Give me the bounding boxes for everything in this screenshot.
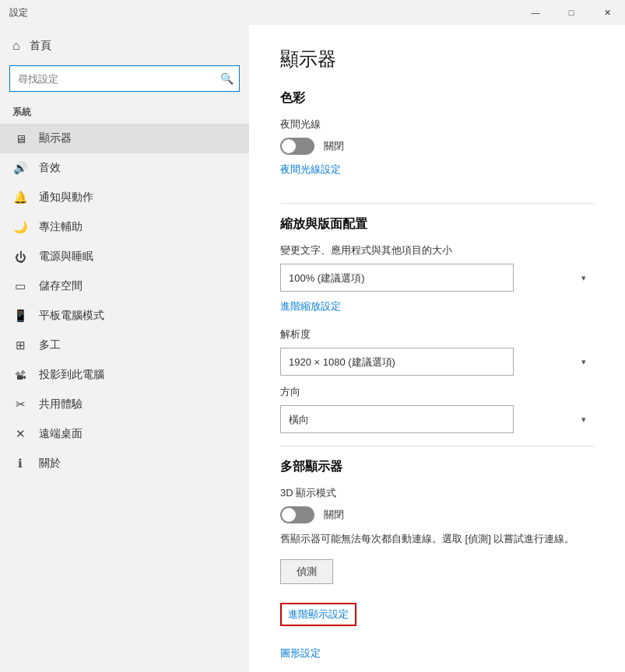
sidebar-item-display[interactable]: 🖥 顯示器: [0, 124, 249, 153]
notifications-icon: 🔔: [12, 191, 28, 205]
sidebar-item-display-label: 顯示器: [39, 131, 72, 145]
sidebar-item-focus-label: 專注輔助: [39, 220, 83, 234]
night-light-status: 關閉: [324, 139, 344, 153]
night-light-toggle-row: 關閉: [280, 138, 594, 155]
sidebar-home-label: 首頁: [30, 39, 51, 53]
sidebar-item-about-label: 關於: [39, 457, 61, 471]
orientation-dropdown-wrapper: 橫向 ▾: [280, 405, 594, 433]
shared-icon: ✂: [12, 397, 28, 411]
sidebar-item-tablet[interactable]: 📱 平板電腦模式: [0, 301, 249, 331]
advanced-display-link-box: 進階顯示設定: [280, 603, 356, 626]
resolution-dropdown[interactable]: 1920 × 1080 (建議選項): [280, 348, 514, 376]
graphics-settings-link[interactable]: 圖形設定: [280, 646, 321, 660]
sidebar-item-multitask[interactable]: ⊞ 多工: [0, 331, 249, 360]
display-3d-toggle-knob: [282, 508, 296, 522]
sidebar-section-system: 系統: [0, 100, 249, 124]
about-icon: ℹ: [12, 457, 28, 471]
display-icon: 🖥: [12, 132, 28, 145]
sidebar: ⌂ 首頁 🔍 系統 🖥 顯示器 🔊 音效 🔔: [0, 25, 249, 672]
content-area: ⌂ 首頁 🔍 系統 🖥 顯示器 🔊 音效 🔔: [0, 25, 625, 672]
sidebar-item-shared[interactable]: ✂ 共用體驗: [0, 390, 249, 419]
sidebar-item-notifications-label: 通知與動作: [39, 191, 93, 205]
scale-section-title: 縮放與版面配置: [280, 216, 594, 233]
display-3d-toggle[interactable]: [280, 506, 314, 523]
resolution-dropdown-wrapper: 1920 × 1080 (建議選項) ▾: [280, 348, 594, 376]
toggle-knob: [282, 139, 296, 153]
sidebar-item-focus[interactable]: 🌙 專注輔助: [0, 212, 249, 242]
maximize-button[interactable]: □: [553, 0, 589, 25]
remote-icon: ✕: [12, 427, 28, 441]
scale-dropdown[interactable]: 100% (建議選項): [280, 264, 514, 292]
scale-dropdown-wrapper: 100% (建議選項) ▾: [280, 264, 594, 292]
sidebar-item-project-label: 投影到此電腦: [39, 368, 104, 382]
section-divider-1: [280, 203, 594, 204]
display-3d-status: 關閉: [324, 508, 344, 522]
focus-icon: 🌙: [12, 220, 28, 234]
sidebar-item-storage[interactable]: ▭ 儲存空間: [0, 271, 249, 301]
sidebar-item-storage-label: 儲存空間: [39, 279, 83, 293]
multitask-icon: ⊞: [12, 338, 28, 352]
page-title: 顯示器: [280, 47, 594, 72]
settings-window: 設定 — □ ✕ ⌂ 首頁 🔍 系統: [0, 0, 625, 672]
search-container: 🔍: [0, 61, 249, 100]
display-3d-toggle-row: 關閉: [280, 506, 594, 523]
sidebar-item-power-label: 電源與睡眠: [39, 250, 93, 264]
advanced-scale-link[interactable]: 進階縮放設定: [280, 299, 341, 313]
sidebar-item-tablet-label: 平板電腦模式: [39, 309, 104, 323]
search-input[interactable]: [9, 65, 240, 92]
sidebar-item-sound-label: 音效: [39, 161, 61, 175]
orientation-label: 方向: [280, 385, 594, 399]
sidebar-item-multitask-label: 多工: [39, 338, 61, 352]
scale-label: 變更文字、應用程式與其他項目的大小: [280, 243, 594, 257]
detect-button[interactable]: 偵測: [280, 559, 333, 584]
resolution-dropdown-arrow: ▾: [581, 357, 586, 367]
orientation-dropdown[interactable]: 橫向: [280, 405, 514, 433]
display-3d-label: 3D 顯示模式: [280, 486, 594, 500]
search-wrapper: 🔍: [9, 65, 240, 92]
close-button[interactable]: ✕: [589, 0, 625, 25]
orientation-dropdown-arrow: ▾: [581, 415, 586, 425]
sidebar-item-project[interactable]: 📽 投影到此電腦: [0, 360, 249, 390]
old-display-note: 舊顯示器可能無法每次都自動連線。選取 [偵測] 以嘗試進行連線。: [280, 531, 594, 547]
minimize-button[interactable]: —: [518, 0, 553, 25]
window-controls: — □ ✕: [518, 0, 625, 25]
color-section-title: 色彩: [280, 90, 594, 107]
power-icon: ⏻: [12, 250, 28, 264]
sidebar-item-power[interactable]: ⏻ 電源與睡眠: [0, 242, 249, 271]
sound-icon: 🔊: [12, 161, 28, 175]
sidebar-home[interactable]: ⌂ 首頁: [0, 31, 249, 61]
project-icon: 📽: [12, 369, 28, 382]
resolution-label: 解析度: [280, 327, 594, 341]
advanced-display-link[interactable]: 進階顯示設定: [288, 607, 349, 621]
sidebar-item-remote[interactable]: ✕ 遠端桌面: [0, 419, 249, 449]
sidebar-item-shared-label: 共用體驗: [39, 397, 83, 411]
section-divider-2: [280, 446, 594, 446]
multi-display-section-title: 多部顯示器: [280, 459, 594, 475]
night-light-toggle[interactable]: [280, 138, 314, 155]
sidebar-item-remote-label: 遠端桌面: [39, 427, 83, 441]
sidebar-item-about[interactable]: ℹ 關於: [0, 449, 249, 478]
titlebar: 設定 — □ ✕: [0, 0, 625, 25]
sidebar-item-notifications[interactable]: 🔔 通知與動作: [0, 183, 249, 212]
storage-icon: ▭: [12, 279, 28, 293]
window-title: 設定: [9, 6, 28, 19]
main-content: 顯示器 色彩 夜間光線 關閉 夜間光線設定 縮放與版面配置 變更文字、應用程式與…: [249, 25, 625, 672]
tablet-icon: 📱: [12, 309, 28, 323]
home-icon: ⌂: [12, 39, 20, 53]
night-light-settings-link[interactable]: 夜間光線設定: [280, 163, 341, 177]
night-light-label: 夜間光線: [280, 117, 594, 131]
sidebar-item-sound[interactable]: 🔊 音效: [0, 153, 249, 183]
advanced-display-link-container: 進階顯示設定: [280, 603, 594, 634]
scale-dropdown-arrow: ▾: [581, 273, 586, 283]
